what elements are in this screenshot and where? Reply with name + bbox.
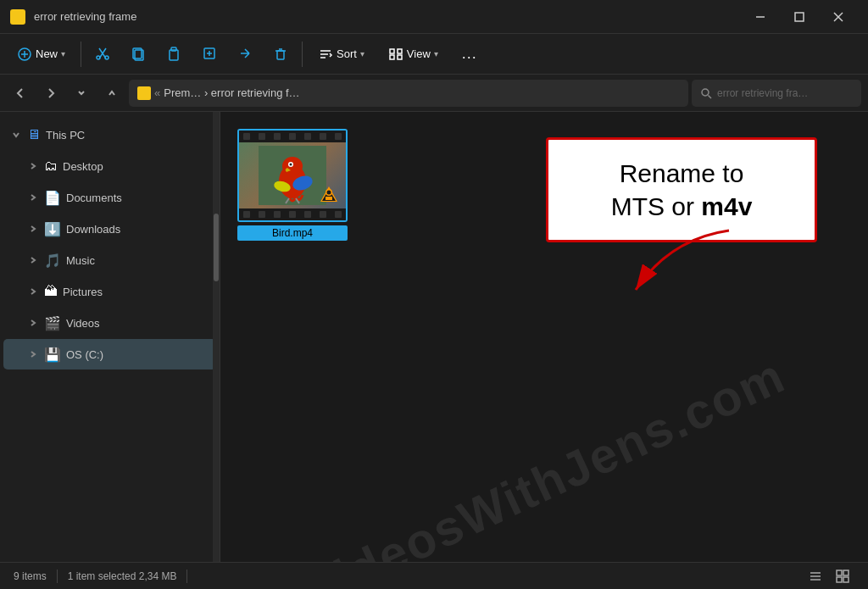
annotation-line1: Rename to [620,159,744,187]
music-chevron [27,254,39,266]
paste-button[interactable] [158,37,190,71]
sidebar-item-music[interactable]: 🎵 Music [3,245,216,275]
search-placeholder: error retrieving fra… [717,87,808,99]
address-bar: « Prem… › error retrieving f… error retr… [0,75,868,112]
osc-chevron [27,348,39,360]
this-pc-chevron [10,129,22,141]
this-pc-label: This PC [46,129,85,142]
sidebar-item-pictures[interactable]: 🏔 Pictures [3,276,216,307]
film-hole [320,133,326,140]
watermark: VideosWithJens.com [295,347,793,562]
recent-button[interactable] [68,80,95,107]
svg-rect-22 [390,55,394,59]
svg-rect-37 [326,197,332,200]
sidebar-item-desktop[interactable]: 🗂 Desktop [3,151,216,181]
film-hole [289,211,296,218]
film-hole [304,133,311,140]
svg-point-24 [702,89,709,96]
maximize-button[interactable] [780,0,819,34]
svg-point-30 [290,164,292,166]
separator-1 [81,42,81,67]
close-button[interactable] [819,0,858,34]
pictures-label: Pictures [63,286,103,298]
selected-info: 1 item selected 2,34 MB [68,570,177,582]
minimize-button[interactable] [741,0,780,34]
status-bar: 9 items 1 item selected 2,34 MB [0,562,868,589]
film-hole [289,133,296,140]
forward-button[interactable] [37,80,64,107]
sort-button[interactable]: Sort ▾ [308,42,375,67]
music-label: Music [66,254,95,267]
annotation-text: Rename to MTS or m4v [569,157,794,223]
more-label: ... [462,45,477,63]
documents-label: Documents [66,192,122,204]
svg-rect-45 [843,570,849,575]
sidebar-scrollbar-thumb [214,214,219,281]
downloads-label: Downloads [66,223,120,236]
app-icon [10,9,25,25]
osc-label: OS (C:) [66,348,103,361]
documents-chevron [27,192,39,203]
cut-button[interactable] [86,37,119,71]
sidebar-item-this-pc[interactable]: 🖥 This PC [3,119,216,150]
sidebar: 🖥 This PC 🗂 Desktop 📄 Documents ⬇️ Dow [0,112,220,562]
file-item-bird[interactable]: Bird.mp4 [237,129,348,241]
title-bar: error retrieving frame [0,0,868,34]
grid-view-button[interactable] [831,567,854,586]
address-path[interactable]: « Prem… › error retrieving f… [129,80,688,107]
status-separator-2 [186,570,187,583]
path-text: Prem… › error retrieving f… [164,86,299,99]
film-hole [243,133,250,140]
annotation-box: Rename to MTS or m4v [546,137,817,242]
copy-button[interactable] [122,37,154,71]
sidebar-item-documents[interactable]: 📄 Documents [3,182,216,213]
back-button[interactable] [7,80,34,107]
sidebar-item-videos[interactable]: 🎬 Videos [3,308,216,338]
svg-rect-1 [795,13,804,21]
svg-rect-23 [398,55,402,59]
view-button[interactable]: View ▾ [378,42,448,67]
rename-button[interactable] [193,37,225,71]
view-chevron: ▾ [434,49,438,58]
view-label: View [407,47,431,60]
desktop-chevron [27,160,39,172]
film-strip-bottom [239,208,346,220]
film-hole [243,211,250,218]
file-thumbnail [237,129,348,222]
svg-point-39 [327,191,331,195]
film-strip-top [239,131,346,142]
film-hole [335,133,342,140]
window-title: error retrieving frame [34,10,741,23]
videos-chevron [27,317,39,329]
film-hole [259,133,265,140]
sidebar-item-downloads[interactable]: ⬇️ Downloads [3,214,216,244]
toolbar: New ▾ Sort ▾ [0,34,868,75]
annotation-line2: MTS or m4v [611,192,753,220]
svg-rect-20 [390,49,394,53]
svg-line-25 [709,95,712,98]
search-box[interactable]: error retrieving fra… [692,80,861,107]
item-count: 9 items [14,570,47,582]
share-button[interactable] [229,37,261,71]
film-hole [274,133,281,140]
downloads-chevron [27,223,39,235]
status-view-buttons [804,567,854,586]
list-view-button[interactable] [804,567,827,586]
sidebar-scrollbar[interactable] [213,112,220,562]
file-area: Bird.mp4 Rename to MTS or m4v VideosWith… [220,112,868,562]
svg-rect-12 [171,47,176,51]
sort-label: Sort [337,47,357,60]
up-button[interactable] [98,80,125,107]
status-separator [57,570,58,583]
more-button[interactable]: ... [452,40,487,68]
sidebar-item-osc[interactable]: 💾 OS (C:) [3,339,216,370]
delete-button[interactable] [264,37,297,71]
vlc-icon [319,185,339,205]
svg-rect-46 [837,577,842,582]
svg-point-8 [105,56,108,59]
svg-rect-21 [398,49,402,53]
new-button[interactable]: New ▾ [7,42,75,67]
svg-rect-14 [277,51,284,59]
videos-label: Videos [66,317,100,330]
sort-chevron: ▾ [360,49,364,58]
